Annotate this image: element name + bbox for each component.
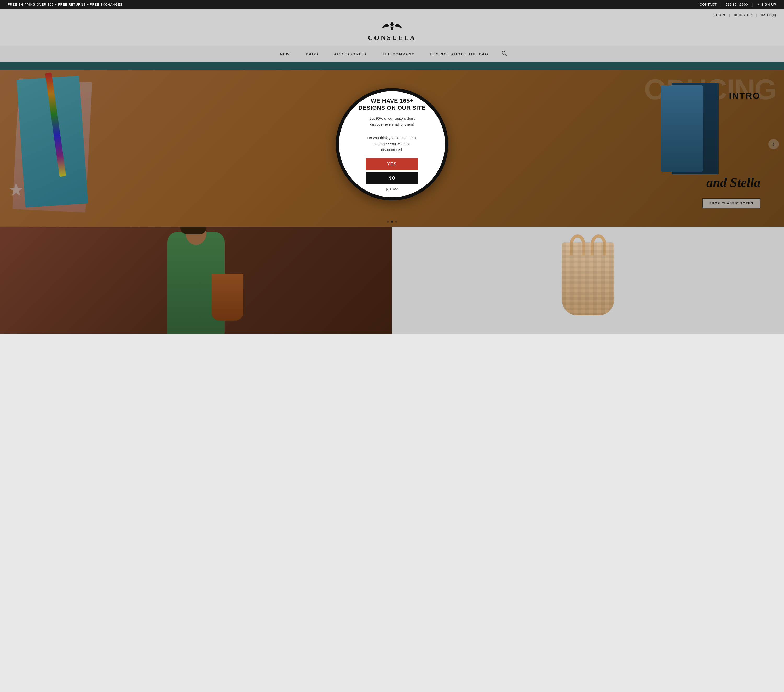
separator-1: | bbox=[721, 3, 722, 7]
register-link[interactable]: REGISTER bbox=[734, 13, 752, 17]
basket-weave bbox=[562, 242, 614, 315]
promo-text: FREE SHIPPING OVER $99 + FREE RETURNS + … bbox=[8, 3, 123, 7]
nav-new[interactable]: NEW bbox=[272, 47, 298, 61]
person-hair bbox=[180, 227, 206, 234]
svg-line-3 bbox=[505, 54, 506, 56]
header: LOGIN | REGISTER | CART (0) CONSUELA bbox=[0, 9, 784, 46]
popup-title: WE HAVE 165+DESIGNS ON OUR SITE bbox=[358, 97, 426, 111]
bottom-left-panel bbox=[0, 227, 392, 334]
header-sep-1: | bbox=[729, 13, 730, 17]
top-bar: FREE SHIPPING OVER $99 + FREE RETURNS + … bbox=[0, 0, 784, 9]
search-icon[interactable] bbox=[496, 46, 512, 62]
hero-section: ODUCING ★ and Stella INTRO SHOP CLASSIC … bbox=[0, 62, 784, 227]
logo-area[interactable]: CONSUELA bbox=[368, 20, 416, 42]
popup-body2: Do you think you can beat thataverage? Y… bbox=[367, 129, 417, 153]
top-bar-right: CONTACT | 512.894.3600 | ✉ SIGN-UP bbox=[700, 3, 776, 7]
popup-no-button[interactable]: NO bbox=[366, 172, 418, 184]
phone-link[interactable]: 512.894.3600 bbox=[725, 3, 748, 7]
basket-bag-image bbox=[555, 234, 621, 326]
brand-name[interactable]: CONSUELA bbox=[368, 34, 416, 42]
nav-not-about-bag[interactable]: IT'S NOT ABOUT THE BAG bbox=[422, 47, 496, 61]
bottom-section bbox=[0, 227, 784, 334]
bottom-right-panel bbox=[392, 227, 784, 334]
main-nav: NEW BAGS ACCESSORIES THE COMPANY IT'S NO… bbox=[0, 46, 784, 62]
svg-marker-0 bbox=[389, 21, 395, 28]
signup-area: ✉ SIGN-UP bbox=[757, 3, 776, 7]
login-link[interactable]: LOGIN bbox=[714, 13, 725, 17]
header-sep-2: | bbox=[756, 13, 756, 17]
header-top: LOGIN | REGISTER | CART (0) bbox=[8, 13, 776, 17]
held-bag bbox=[212, 274, 243, 321]
popup-yes-button[interactable]: YES bbox=[366, 158, 418, 170]
person-photo bbox=[0, 227, 392, 334]
email-icon: ✉ bbox=[757, 3, 760, 7]
separator-2: | bbox=[752, 3, 753, 7]
nav-bags[interactable]: BAGS bbox=[298, 47, 326, 61]
logo-icon bbox=[382, 20, 402, 33]
popup-body1: But 90% of our visitors don'tdiscover ev… bbox=[369, 115, 415, 127]
nav-company[interactable]: THE COMPANY bbox=[374, 47, 422, 61]
popup-close-link[interactable]: [x] Close bbox=[386, 187, 398, 191]
svg-rect-1 bbox=[391, 27, 393, 30]
signup-link[interactable]: SIGN-UP bbox=[761, 3, 776, 7]
nav-accessories[interactable]: ACCESSORIES bbox=[326, 47, 374, 61]
cart-link[interactable]: CART (0) bbox=[761, 13, 776, 17]
basket-body bbox=[562, 242, 614, 315]
popup-overlay: WE HAVE 165+DESIGNS ON OUR SITE But 90% … bbox=[0, 62, 784, 227]
svg-point-2 bbox=[502, 51, 505, 54]
popup-modal: WE HAVE 165+DESIGNS ON OUR SITE But 90% … bbox=[336, 88, 448, 201]
contact-link[interactable]: CONTACT bbox=[700, 3, 716, 7]
